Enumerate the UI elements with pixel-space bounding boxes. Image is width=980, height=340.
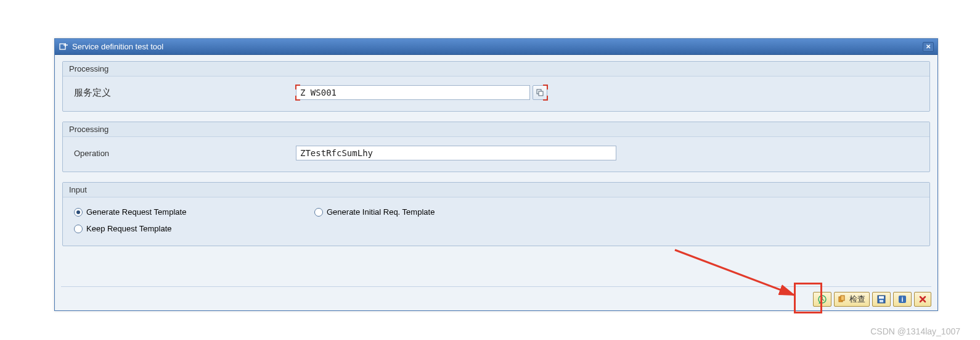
group-header: Processing bbox=[63, 122, 929, 137]
service-definition-label: 服务定义 bbox=[74, 87, 296, 99]
svg-rect-5 bbox=[841, 296, 844, 301]
group-processing-1: Processing 服务定义 bbox=[62, 61, 930, 112]
execute-button[interactable] bbox=[813, 292, 831, 307]
radio-generate-initial-req-template[interactable]: Generate Initial Req. Template bbox=[314, 207, 555, 217]
window-icon bbox=[59, 42, 68, 52]
info-button[interactable]: i bbox=[893, 292, 912, 307]
titlebar: Service definition test tool ✕ bbox=[55, 39, 937, 55]
svg-rect-0 bbox=[60, 44, 65, 49]
cancel-button[interactable] bbox=[914, 292, 931, 307]
footer-toolbar: 检查 i bbox=[61, 286, 931, 307]
radio-label: Generate Initial Req. Template bbox=[327, 207, 435, 217]
svg-text:i: i bbox=[901, 296, 903, 303]
required-marker bbox=[295, 85, 300, 89]
check-button-label: 检查 bbox=[849, 294, 865, 305]
operation-input[interactable] bbox=[296, 146, 616, 160]
dialog-window: Service definition test tool ✕ Processin… bbox=[54, 38, 938, 311]
required-marker bbox=[295, 96, 300, 101]
group-input: Input Generate Request Template Generate… bbox=[62, 182, 930, 246]
radio-icon bbox=[74, 225, 83, 233]
svg-rect-7 bbox=[879, 296, 884, 299]
svg-rect-2 bbox=[539, 91, 543, 96]
radio-label: Keep Request Template bbox=[86, 224, 172, 233]
service-definition-field-wrap bbox=[296, 85, 547, 100]
svg-rect-8 bbox=[880, 300, 883, 302]
required-marker bbox=[543, 96, 548, 101]
save-button[interactable] bbox=[872, 292, 891, 307]
close-button[interactable]: ✕ bbox=[923, 42, 934, 52]
radio-icon bbox=[314, 208, 323, 217]
content-area: Processing 服务定义 bbox=[55, 55, 937, 260]
operation-label: Operation bbox=[74, 149, 296, 158]
required-marker bbox=[543, 85, 548, 89]
group-header: Input bbox=[63, 183, 929, 197]
watermark: CSDN @1314lay_1007 bbox=[870, 326, 960, 336]
radio-keep-request-template[interactable]: Keep Request Template bbox=[74, 224, 314, 233]
radio-label: Generate Request Template bbox=[86, 207, 186, 217]
group-header: Processing bbox=[63, 62, 929, 77]
radio-icon bbox=[74, 208, 83, 217]
check-button[interactable]: 检查 bbox=[834, 292, 870, 307]
window-title: Service definition test tool bbox=[72, 42, 923, 51]
service-definition-input[interactable] bbox=[296, 85, 530, 100]
group-processing-2: Processing Operation bbox=[62, 122, 930, 172]
radio-generate-request-template[interactable]: Generate Request Template bbox=[74, 207, 314, 217]
